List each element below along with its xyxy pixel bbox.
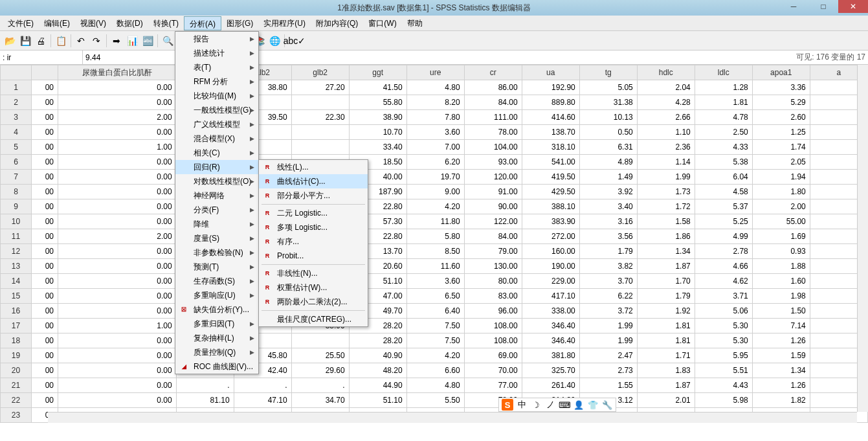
data-cell[interactable]: 1.25 [752,125,810,140]
data-cell[interactable]: 69.00 [464,348,522,363]
data-cell[interactable]: 3.56 [579,229,637,244]
menu-item[interactable]: 分析(A) [184,16,221,30]
data-cell[interactable]: 84.00 [464,229,522,244]
data-cell[interactable]: 55.80 [349,95,406,110]
data-cell[interactable]: 0.93 [752,244,810,259]
data-cell[interactable]: 9.00 [406,185,464,199]
data-cell[interactable]: 00 [31,363,58,378]
data-cell[interactable]: 5.50 [406,393,464,408]
data-cell[interactable]: 7.80 [406,110,464,125]
ime-icon[interactable]: ☽ [530,399,542,411]
data-cell[interactable]: 388.10 [522,199,579,214]
data-cell[interactable]: . [291,378,349,393]
ime-icon[interactable]: ノ [544,399,556,411]
data-cell[interactable]: 5.30 [695,319,752,334]
data-cell[interactable]: 27.20 [291,80,349,95]
data-cell[interactable]: 1.83 [637,363,695,378]
data-cell[interactable]: 5.98 [695,393,752,408]
data-cell[interactable]: 1.14 [637,155,695,170]
menu-entry[interactable]: 生存函数(S) [175,274,258,288]
menu-entry[interactable]: 表(T) [175,60,258,74]
data-cell[interactable]: 414.60 [522,110,579,125]
column-header[interactable]: apoa1 [752,65,810,80]
data-cell[interactable]: 1.60 [752,274,810,289]
row-header[interactable]: 6 [1,155,32,170]
row-header[interactable]: 2 [1,95,32,110]
data-cell[interactable]: 889.80 [522,95,579,110]
submenu-entry[interactable]: RProbit... [259,249,368,263]
data-cell[interactable]: 0.00 [58,214,177,229]
data-cell[interactable]: 383.90 [522,214,579,229]
data-cell[interactable]: 0.00 [58,363,177,378]
data-cell[interactable]: 0.00 [58,334,177,348]
data-cell[interactable]: 5.05 [579,80,637,95]
data-cell[interactable]: 1.92 [637,304,695,319]
vertical-scrollbar[interactable] [857,65,868,412]
submenu-entry[interactable]: R权重估计(W)... [259,280,368,295]
menu-entry[interactable]: 多重响应(U) [175,288,258,302]
data-cell[interactable]: 6.31 [579,140,637,155]
data-cell[interactable]: 1.81 [637,334,695,348]
data-cell[interactable]: 51.10 [349,393,406,408]
ime-icon[interactable]: 中 [516,399,528,411]
menu-item[interactable]: 实用程序(U) [258,16,311,30]
undo-icon[interactable]: ↶ [74,34,88,48]
menu-entry[interactable]: 神经网络 [175,188,258,203]
data-cell[interactable]: 429.50 [522,185,579,199]
column-header[interactable]: cr [464,65,522,80]
data-cell[interactable]: 111.00 [464,110,522,125]
horizontal-scrollbar[interactable] [48,412,857,423]
print-icon[interactable]: 🖨 [34,34,48,48]
menu-entry[interactable]: ☒缺失值分析(Y)... [175,302,258,317]
data-cell[interactable]: 00 [31,393,58,408]
row-header[interactable]: 22 [1,393,32,408]
recall-icon[interactable]: 📋 [54,34,68,48]
data-cell[interactable]: 2.60 [752,110,810,125]
data-cell[interactable]: 3.40 [579,199,637,214]
row-header[interactable]: 7 [1,170,32,185]
data-cell[interactable]: 7.50 [406,319,464,334]
column-header[interactable]: ldlc [695,65,752,80]
data-cell[interactable]: 4.33 [695,140,752,155]
submenu-entry[interactable]: R线性(L)... [259,160,368,174]
data-cell[interactable]: 0.00 [58,199,177,214]
row-header[interactable]: 19 [1,348,32,363]
data-cell[interactable]: 104.00 [464,140,522,155]
menu-item[interactable]: 窗口(W) [363,16,401,30]
menu-item[interactable]: 图形(G) [221,16,258,30]
data-cell[interactable]: 5.37 [695,199,752,214]
ime-icon[interactable]: 👕 [587,399,599,411]
data-cell[interactable]: 33.40 [349,140,406,155]
data-cell[interactable]: 1.94 [752,170,810,185]
menu-entry[interactable]: 对数线性模型(O) [175,174,258,188]
data-cell[interactable]: 2.47 [579,348,637,363]
data-cell[interactable]: 31.38 [579,95,637,110]
data-cell[interactable]: 2.05 [752,155,810,170]
data-cell[interactable]: 1.87 [637,259,695,274]
data-cell[interactable]: 325.70 [522,363,579,378]
data-cell[interactable]: 84.00 [464,95,522,110]
data-cell[interactable]: 38.90 [349,110,406,125]
data-cell[interactable]: 338.00 [522,304,579,319]
row-header[interactable]: 13 [1,259,32,274]
menu-entry[interactable]: 多重归因(T) [175,317,258,331]
data-cell[interactable]: 00 [31,185,58,199]
submenu-entry[interactable]: R曲线估计(C)... [259,174,368,188]
data-cell[interactable]: 1.81 [695,95,752,110]
data-cell[interactable]: 4.58 [695,185,752,199]
row-header[interactable]: 16 [1,304,32,319]
data-cell[interactable]: 2.01 [637,393,695,408]
data-cell[interactable]: 0.00 [58,244,177,259]
row-header[interactable]: 15 [1,289,32,304]
data-cell[interactable]: 4.99 [695,229,752,244]
data-cell[interactable]: 0.00 [58,348,177,363]
data-cell[interactable]: 11.60 [406,259,464,274]
data-cell[interactable]: 93.00 [464,155,522,170]
data-cell[interactable]: 190.00 [522,259,579,274]
data-cell[interactable]: 00 [31,80,58,95]
data-cell[interactable]: 1.98 [752,289,810,304]
sogou-logo-icon[interactable]: S [502,399,513,411]
data-cell[interactable]: . [234,378,291,393]
data-cell[interactable]: 4.28 [637,95,695,110]
data-cell[interactable]: 2.50 [695,125,752,140]
